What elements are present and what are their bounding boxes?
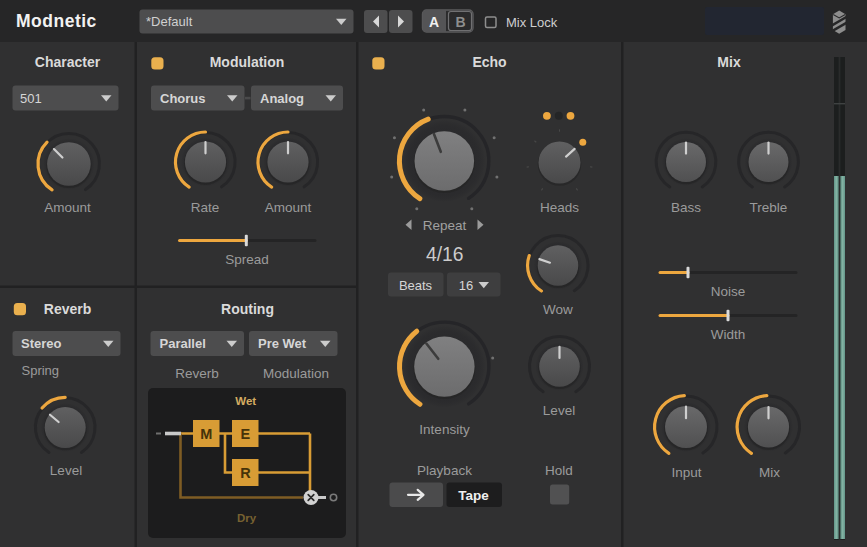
svg-text:Wow: Wow <box>543 302 573 317</box>
svg-text:Modulation: Modulation <box>210 54 285 70</box>
svg-text:501: 501 <box>20 91 42 106</box>
svg-text:Echo: Echo <box>472 54 506 70</box>
svg-text:Modulation: Modulation <box>263 366 329 381</box>
svg-text:Spread: Spread <box>225 252 269 267</box>
svg-text:Amount: Amount <box>265 200 312 215</box>
svg-text:Treble: Treble <box>750 200 788 215</box>
svg-text:Reverb: Reverb <box>175 366 219 381</box>
svg-text:Character: Character <box>35 54 101 70</box>
svg-text:Playback: Playback <box>417 463 472 478</box>
svg-text:Width: Width <box>711 327 746 342</box>
svg-text:Level: Level <box>50 463 82 478</box>
svg-text:Input: Input <box>671 465 701 480</box>
svg-text:Level: Level <box>543 403 575 418</box>
svg-text:Bass: Bass <box>671 200 701 215</box>
svg-text:16: 16 <box>459 278 473 293</box>
svg-text:Stereo: Stereo <box>21 336 62 351</box>
svg-text:E: E <box>241 426 251 442</box>
svg-text:Mix Lock: Mix Lock <box>506 15 558 30</box>
svg-text:4/16: 4/16 <box>426 242 464 265</box>
svg-text:Routing: Routing <box>221 301 274 317</box>
svg-text:Amount: Amount <box>44 200 91 215</box>
svg-text:Mix: Mix <box>717 54 741 70</box>
svg-text:Reverb: Reverb <box>44 301 91 317</box>
svg-text:Intensity: Intensity <box>419 422 470 437</box>
svg-text:B: B <box>455 14 465 30</box>
svg-text:Mix: Mix <box>759 465 780 480</box>
svg-text:Pre Wet: Pre Wet <box>258 336 307 351</box>
svg-text:Heads: Heads <box>540 200 579 215</box>
svg-text:Chorus: Chorus <box>160 91 206 106</box>
svg-text:Dry: Dry <box>237 512 257 524</box>
svg-text:Wet: Wet <box>235 395 256 407</box>
svg-text:Rate: Rate <box>191 200 220 215</box>
svg-text:R: R <box>240 465 251 481</box>
svg-text:Noise: Noise <box>711 284 746 299</box>
svg-text:Hold: Hold <box>545 463 573 478</box>
svg-text:A: A <box>429 14 439 30</box>
svg-text:Spring: Spring <box>22 363 60 378</box>
svg-text:Parallel: Parallel <box>160 336 206 351</box>
svg-text:*Default: *Default <box>146 14 193 29</box>
svg-text:Analog: Analog <box>260 91 304 106</box>
svg-text:Tape: Tape <box>458 488 489 503</box>
svg-text:Repeat: Repeat <box>423 218 467 233</box>
svg-text:Beats: Beats <box>399 278 433 293</box>
svg-text:M: M <box>200 426 212 442</box>
svg-text:Modnetic: Modnetic <box>16 11 97 31</box>
